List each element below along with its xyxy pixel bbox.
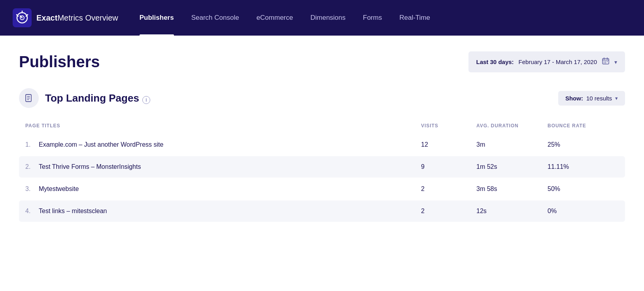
section-icon: [19, 88, 39, 108]
nav-item-forms[interactable]: Forms: [354, 0, 391, 36]
cell-visits-3: 2: [421, 185, 476, 193]
cell-visits-2: 9: [421, 163, 476, 170]
section-title-group: Top Landing Pagesi: [19, 88, 150, 108]
cell-page-title-2: 2. Test Thrive Forms – MonsterInsights: [25, 163, 421, 170]
row-number-3: 3.: [25, 185, 36, 193]
column-header-bounce-rate: BOUNCE RATE: [548, 123, 619, 128]
column-header-visits: VISITS: [421, 123, 476, 128]
row-number-2: 2.: [25, 163, 36, 170]
svg-rect-11: [604, 61, 604, 62]
column-header-avg-duration: AVG. DURATION: [476, 123, 548, 128]
brand-logo: [13, 8, 32, 27]
table-row: 2. Test Thrive Forms – MonsterInsights 9…: [19, 156, 625, 178]
nav-link-real-time[interactable]: Real-Time: [391, 0, 439, 36]
cell-page-title-3: 3. Mytestwebsite: [25, 185, 421, 193]
svg-rect-15: [605, 62, 606, 63]
table-container: PAGE TITLES VISITS AVG. DURATION BOUNCE …: [19, 119, 625, 222]
cell-duration-1: 3m: [476, 141, 548, 148]
row-number-1: 1.: [25, 141, 36, 148]
cell-bounce-1: 25%: [548, 141, 619, 148]
nav-link-search-console[interactable]: Search Console: [183, 0, 248, 36]
nav-item-real-time[interactable]: Real-Time: [391, 0, 439, 36]
cell-duration-3: 3m 58s: [476, 185, 548, 193]
row-title-2: Test Thrive Forms – MonsterInsights: [39, 163, 141, 170]
cell-bounce-3: 50%: [548, 185, 619, 193]
row-title-1: Example.com – Just another WordPress sit…: [39, 141, 163, 148]
svg-rect-12: [605, 61, 606, 62]
row-number-4: 4.: [25, 208, 36, 215]
cell-duration-4: 12s: [476, 208, 548, 215]
table-row: 4. Test links – mitestsclean 2 12s 0%: [19, 200, 625, 222]
nav-link-dimensions[interactable]: Dimensions: [302, 0, 354, 36]
nav-item-dimensions[interactable]: Dimensions: [302, 0, 354, 36]
nav-item-publishers[interactable]: Publishers: [131, 0, 183, 36]
section-title: Top Landing Pagesi: [45, 92, 150, 104]
cell-visits-4: 2: [421, 208, 476, 215]
svg-rect-13: [607, 61, 608, 62]
section-header: Top Landing Pagesi Show: 10 results ▾: [19, 88, 625, 108]
row-title-4: Test links – mitestsclean: [39, 208, 107, 215]
brand: ExactMetrics Overview: [13, 8, 118, 27]
nav-item-search-console[interactable]: Search Console: [183, 0, 248, 36]
brand-text: ExactMetrics Overview: [36, 13, 118, 23]
nav-link-forms[interactable]: Forms: [354, 0, 391, 36]
row-title-3: Mytestwebsite: [39, 185, 79, 193]
table-row: 3. Mytestwebsite 2 3m 58s 50%: [19, 178, 625, 200]
cell-duration-2: 1m 52s: [476, 163, 548, 170]
cell-bounce-2: 11.11%: [548, 163, 619, 170]
column-header-page-titles: PAGE TITLES: [25, 123, 421, 128]
page-title: Publishers: [19, 53, 100, 71]
svg-rect-14: [604, 62, 604, 63]
cell-visits-1: 12: [421, 141, 476, 148]
cell-page-title-4: 4. Test links – mitestsclean: [25, 208, 421, 215]
nav-link-ecommerce[interactable]: eCommerce: [248, 0, 302, 36]
calendar-icon: [602, 57, 610, 67]
table-row: 1. Example.com – Just another WordPress …: [19, 134, 625, 155]
show-value: 10 results: [586, 95, 612, 102]
nav-link-publishers[interactable]: Publishers: [131, 0, 183, 36]
info-icon[interactable]: i: [142, 96, 150, 104]
show-chevron-icon: ▾: [615, 95, 618, 101]
table-header: PAGE TITLES VISITS AVG. DURATION BOUNCE …: [19, 119, 625, 132]
date-range-value: February 17 - March 17, 2020: [519, 59, 597, 65]
date-range-label: Last 30 days:: [476, 59, 514, 65]
show-label: Show:: [565, 95, 583, 102]
main-nav: Publishers Search Console eCommerce Dime…: [131, 0, 439, 36]
nav-item-ecommerce[interactable]: eCommerce: [248, 0, 302, 36]
main-content: Publishers Last 30 days: February 17 - M…: [0, 36, 644, 291]
navbar: ExactMetrics Overview Publishers Search …: [0, 0, 644, 36]
chevron-down-icon: ▾: [614, 59, 617, 65]
page-header: Publishers Last 30 days: February 17 - M…: [19, 51, 625, 72]
cell-bounce-4: 0%: [548, 208, 619, 215]
date-range-picker[interactable]: Last 30 days: February 17 - March 17, 20…: [468, 51, 625, 72]
show-results-button[interactable]: Show: 10 results ▾: [558, 91, 625, 106]
cell-page-title-1: 1. Example.com – Just another WordPress …: [25, 141, 421, 148]
